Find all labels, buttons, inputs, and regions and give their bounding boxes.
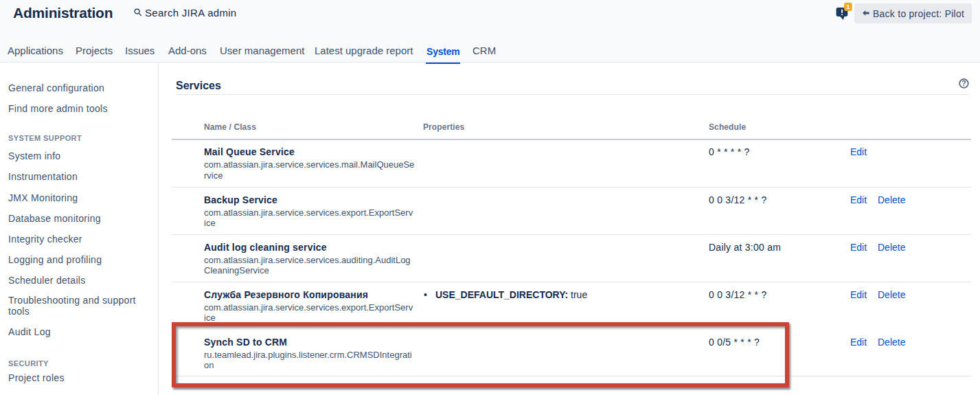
svg-text:?: ? <box>961 79 966 87</box>
svg-text:1: 1 <box>846 3 850 10</box>
